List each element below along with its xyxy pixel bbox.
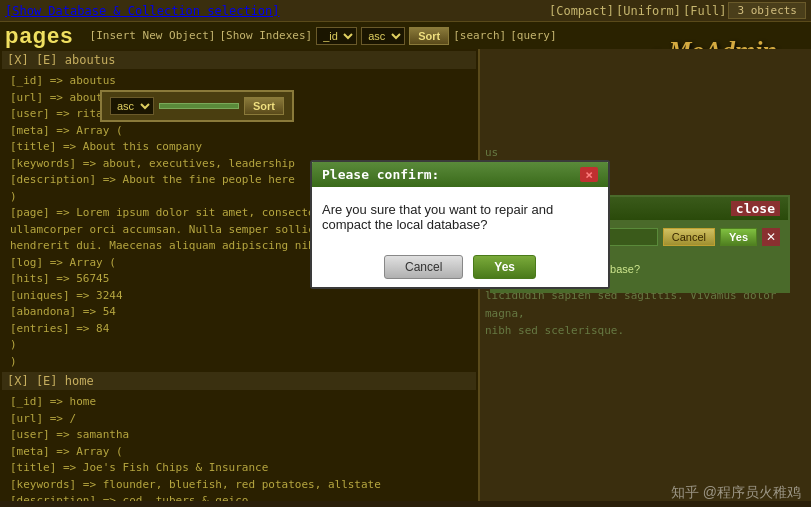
second-dialog-x-button[interactable]: ✕	[762, 228, 780, 246]
sort-overlay: asc Sort	[100, 90, 294, 122]
doc1-title: [title] => About this company	[10, 139, 468, 156]
top-bar-right: [Compact] [Uniform] [Full] 3 objects	[549, 2, 806, 19]
doc2-meta: [meta] => Array (	[10, 444, 468, 461]
show-indexes-link[interactable]: [Show Indexes]	[219, 29, 312, 42]
sort-overlay-button[interactable]: Sort	[244, 97, 284, 115]
confirm-message1: Are you sure that you want to repair and	[322, 202, 598, 217]
doc1-abandona: [abandona] => 54	[10, 304, 468, 321]
confirm-yes-button[interactable]: Yes	[473, 255, 536, 279]
doc2: [X] [E] home [_id] => home [url] => / [u…	[2, 372, 476, 501]
doc1-uniques: [uniques] => 3244	[10, 288, 468, 305]
objects-count-box: 3 objects	[728, 2, 806, 19]
doc1-header-text: [X] [E] aboutus	[7, 53, 115, 67]
doc2-header: [X] [E] home	[2, 372, 476, 390]
bg-line9: nibh sed scelerisque.	[485, 322, 806, 340]
second-dialog-close-btn[interactable]: close	[731, 201, 780, 216]
sort-input[interactable]	[159, 103, 239, 109]
confirm-dialog-buttons: Cancel Yes	[312, 247, 608, 287]
doc1-close2: )	[10, 337, 468, 354]
doc2-title: [title] => Joe's Fish Chips & Insurance	[10, 460, 468, 477]
confirm-dialog-title: Please confirm: ×	[312, 162, 608, 187]
full-link[interactable]: [Full]	[683, 4, 726, 18]
query-link[interactable]: [query]	[510, 29, 556, 42]
confirm-dialog: Please confirm: × Are you sure that you …	[310, 160, 610, 289]
second-dialog-yes-button[interactable]: Yes	[720, 228, 757, 246]
confirm-dialog-body: Are you sure that you want to repair and…	[312, 187, 608, 247]
doc2-header-text: [X] [E] home	[7, 374, 94, 388]
uniform-link[interactable]: [Uniform]	[616, 4, 681, 18]
doc1-id: [_id] => aboutus	[10, 73, 468, 90]
confirm-dialog-title-text: Please confirm:	[322, 167, 439, 182]
second-dialog-cancel-button[interactable]: Cancel	[663, 228, 715, 246]
doc1-entries: [entries] => 84	[10, 321, 468, 338]
confirm-cancel-button[interactable]: Cancel	[384, 255, 463, 279]
doc2-url: [url] => /	[10, 411, 468, 428]
top-bar-left: [Show Database & Collection selection]	[5, 4, 280, 18]
doc1-header: [X] [E] aboutus	[2, 51, 476, 69]
order-select[interactable]: asc	[361, 27, 405, 45]
show-db-link[interactable]: [Show Database & Collection selection]	[5, 4, 280, 18]
sort-overlay-order-select[interactable]: asc	[110, 97, 154, 115]
title-bar-links: [Insert New Object] [Show Indexes] _id a…	[90, 27, 557, 45]
confirm-message2: compact the local database?	[322, 217, 598, 232]
doc2-id: [_id] => home	[10, 394, 468, 411]
doc2-keywords: [keywords] => flounder, bluefish, red po…	[10, 477, 468, 494]
doc2-description: [description] => cod, tubers & geico	[10, 493, 468, 501]
page-title: pages	[5, 23, 74, 49]
top-bar: [Show Database & Collection selection] […	[0, 0, 811, 22]
search-link[interactable]: [search]	[453, 29, 506, 42]
compact-link[interactable]: [Compact]	[549, 4, 614, 18]
bg-line1: us	[485, 144, 806, 162]
sort-button[interactable]: Sort	[409, 27, 449, 45]
confirm-dialog-close[interactable]: ×	[580, 167, 598, 182]
doc1-close3: )	[10, 354, 468, 371]
objects-count: 3 objects	[737, 4, 797, 17]
doc2-user: [user] => samantha	[10, 427, 468, 444]
field-select[interactable]: _id	[316, 27, 357, 45]
doc2-content: [_id] => home [url] => / [user] => saman…	[2, 392, 476, 501]
insert-new-object-link[interactable]: [Insert New Object]	[90, 29, 216, 42]
title-section: pages [Insert New Object] [Show Indexes]…	[0, 22, 811, 49]
doc1-meta: [meta] => Array (	[10, 123, 468, 140]
